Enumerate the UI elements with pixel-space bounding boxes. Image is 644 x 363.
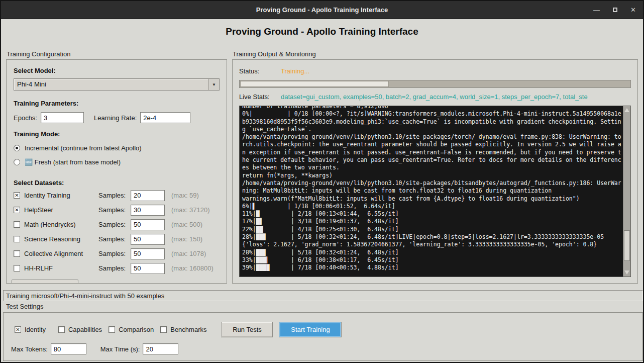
test-checkbox-label: Benchmarks xyxy=(170,326,206,333)
monitor-frame: Status: Training... Live Stats: dataset=… xyxy=(232,59,638,284)
dataset-max: (max: 59) xyxy=(171,192,199,199)
window-title: Proving Ground - Apollo Training Interfa… xyxy=(256,6,388,14)
status-bar: Training microsoft/Phi-4-mini-instruct w… xyxy=(3,290,643,301)
monitor-section-label: Training Output & Monitoring xyxy=(233,50,316,58)
test-checkbox-item[interactable]: Benchmarks xyxy=(160,326,206,333)
model-combobox-value: Phi-4 Mini xyxy=(14,79,208,90)
progressbar-fill xyxy=(240,81,389,87)
training-mode-option[interactable]: Incremental (continue from latest Apollo… xyxy=(14,144,220,152)
learning-rate-input[interactable] xyxy=(140,112,190,123)
checkbox-icon[interactable] xyxy=(58,326,65,333)
dataset-row: Math (Hendrycks)Samples:(max: 500) xyxy=(14,217,220,232)
samples-label: Samples: xyxy=(98,235,129,243)
maximize-box-icon xyxy=(613,8,617,12)
dataset-row: Science ReasoningSamples:(max: 150) xyxy=(14,232,220,246)
epochs-input[interactable] xyxy=(41,112,84,123)
training-log-terminal[interactable]: Number of trainable parameters = 8,912,8… xyxy=(240,106,623,277)
dataset-row: ✕Identity TrainingSamples:(max: 59) xyxy=(14,188,220,203)
tests-frame: ✕IdentityCapabilitiesComparisonBenchmark… xyxy=(3,312,643,361)
config-section-label: Training Configuration xyxy=(7,50,70,58)
terminal-scrollbar[interactable] xyxy=(623,106,630,277)
max-time-input[interactable] xyxy=(143,343,178,354)
live-stats-label: Live Stats: xyxy=(239,93,281,101)
checkbox-icon[interactable] xyxy=(160,326,167,333)
tests-section-label: Test Settings xyxy=(6,303,43,310)
samples-input[interactable] xyxy=(131,234,165,245)
dataset-max: (max: 37120) xyxy=(171,206,210,214)
dataset-max: (max: 500) xyxy=(171,221,202,228)
chevron-down-icon[interactable]: ▼ xyxy=(208,79,219,90)
dataset-max: (max: 160800) xyxy=(171,264,213,272)
select-datasets-label: Select Datasets: xyxy=(14,179,220,187)
start-training-button[interactable]: Start Training xyxy=(279,322,342,337)
status-row: Status: Training... xyxy=(239,67,631,75)
datasets-list: ✕Identity TrainingSamples:(max: 59)✕Help… xyxy=(14,188,220,276)
dataset-checkbox[interactable] xyxy=(14,221,20,228)
test-checkbox-label: Comparison xyxy=(119,326,154,333)
scrollbar-thumb[interactable] xyxy=(624,230,630,261)
radio-icon[interactable] xyxy=(14,159,20,165)
terminal-panel: Number of trainable parameters = 8,912,8… xyxy=(239,106,631,277)
samples-input[interactable] xyxy=(131,219,165,230)
checkbox-icon[interactable]: ✕ xyxy=(15,326,21,333)
test-checkbox-item[interactable]: ✕Identity xyxy=(15,326,46,333)
dataset-row: Collective AlignmentSamples:(max: 1078) xyxy=(14,246,220,261)
scroll-down-icon[interactable] xyxy=(623,269,630,276)
title-bar: Proving Ground - Apollo Training Interfa… xyxy=(1,1,643,19)
run-tests-button[interactable]: Run Tests xyxy=(221,322,273,337)
close-icon[interactable]: ✕ xyxy=(630,7,636,13)
params-row: Epochs: Learning Rate: xyxy=(14,112,220,123)
dataset-name: Identity Training xyxy=(24,192,98,199)
dataset-name: Math (Hendrycks) xyxy=(24,221,98,228)
training-progressbar xyxy=(239,80,631,88)
checkbox-icon[interactable] xyxy=(109,326,115,333)
window-controls: — ✕ xyxy=(593,1,636,19)
dataset-name: Collective Alignment xyxy=(24,250,98,257)
radio-icon[interactable] xyxy=(14,145,20,151)
training-mode-list: Incremental (continue from latest Apollo… xyxy=(14,144,220,166)
live-stats-value: dataset=gui_custom, examples=50, batch=2… xyxy=(281,93,588,101)
dataset-row: ✕HelpSteerSamples:(max: 37120) xyxy=(14,203,220,217)
status-label: Status: xyxy=(239,67,281,75)
dataset-name: HH-RLHF xyxy=(24,264,98,272)
config-frame: Select Model: Phi-4 Mini ▼ Training Para… xyxy=(6,59,227,284)
status-value: Training... xyxy=(281,67,309,75)
training-mode-label: Training Mode: xyxy=(14,130,220,138)
max-tokens-label: Max Tokens: xyxy=(11,345,48,353)
max-time-label: Max Time (s): xyxy=(100,345,140,353)
live-stats-row: Live Stats: dataset=gui_custom, examples… xyxy=(239,93,631,101)
samples-input[interactable] xyxy=(131,190,165,201)
dataset-max: (max: 150) xyxy=(171,235,202,243)
samples-input[interactable] xyxy=(131,205,165,216)
app-window: Proving Ground - Apollo Training Interfa… xyxy=(0,0,644,363)
dataset-checkbox[interactable]: ✕ xyxy=(14,207,20,213)
select-model-label: Select Model: xyxy=(14,67,220,74)
training-mode-option[interactable]: 🆕 Fresh (start from base model) xyxy=(14,158,220,166)
samples-input[interactable] xyxy=(131,263,165,274)
test-checkbox-label: Identity xyxy=(25,326,46,333)
dataset-checkbox[interactable] xyxy=(14,250,20,257)
samples-label: Samples: xyxy=(98,192,129,199)
samples-label: Samples: xyxy=(98,221,129,228)
page-title: Proving Ground - Apollo Training Interfa… xyxy=(1,26,643,37)
tests-row-1: ✕IdentityCapabilitiesComparisonBenchmark… xyxy=(15,322,635,337)
max-tokens-input[interactable] xyxy=(51,343,86,354)
dataset-row: HH-RLHFSamples:(max: 160800) xyxy=(14,261,220,276)
samples-label: Samples: xyxy=(98,250,129,257)
maximize-icon[interactable] xyxy=(613,7,617,13)
epochs-label: Epochs: xyxy=(14,114,37,122)
minimize-icon[interactable]: — xyxy=(593,7,600,13)
test-checkbox-label: Capabilities xyxy=(68,326,102,333)
test-checkbox-item[interactable]: Capabilities xyxy=(58,326,102,333)
clipped-widget xyxy=(12,280,78,284)
dataset-checkbox[interactable] xyxy=(14,265,20,271)
scroll-up-icon[interactable] xyxy=(623,107,630,114)
test-checkbox-item[interactable]: Comparison xyxy=(109,326,154,333)
training-mode-label-text: 🆕 Fresh (start from base model) xyxy=(25,158,121,166)
model-combobox[interactable]: Phi-4 Mini ▼ xyxy=(14,78,220,90)
samples-input[interactable] xyxy=(131,248,165,259)
dataset-checkbox[interactable] xyxy=(14,236,20,242)
training-mode-label-text: Incremental (continue from latest Apollo… xyxy=(25,144,142,152)
samples-label: Samples: xyxy=(98,264,129,272)
dataset-checkbox[interactable]: ✕ xyxy=(14,192,20,199)
